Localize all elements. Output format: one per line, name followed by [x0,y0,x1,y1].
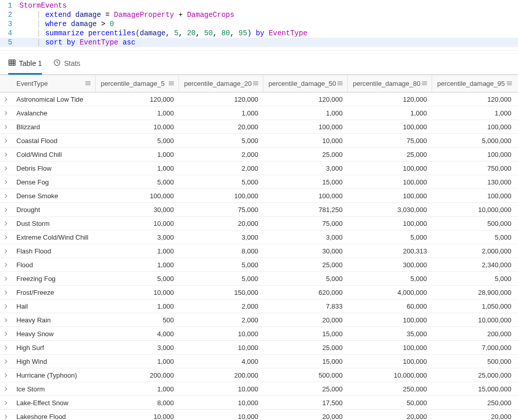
expand-row-icon[interactable] [0,345,11,350]
expand-row-icon[interactable] [0,180,11,184]
expand-row-icon[interactable] [0,221,11,226]
cell-p95: 1,050,000 [432,299,516,313]
cell-event-type: Drought [11,203,96,216]
cell-p50: 20,000 [263,410,348,420]
line-number: 1 [0,1,19,10]
cell-event-type: Hurricane (Typhoon) [11,368,96,382]
table-row[interactable]: Hurricane (Typhoon)200,000200,000500,000… [0,368,518,382]
code-line[interactable]: 5 | sort by EventType asc [0,38,518,47]
column-menu-icon[interactable] [85,80,91,87]
table-row[interactable]: Dense Fog5,0005,00015,000100,000130,000 [0,175,518,189]
expand-row-icon[interactable] [0,276,11,281]
table-row[interactable]: Flash Flood1,0008,00030,000200,3132,000,… [0,244,518,258]
table-row[interactable]: Dense Smoke100,000100,000100,000100,0001… [0,189,518,203]
cell-p95: 25,000,000 [432,368,516,382]
query-editor[interactable]: 1StormEvents2 | extend damage = DamagePr… [0,0,518,51]
table-row[interactable]: Astronomical Low Tide120,000120,000120,0… [0,92,518,106]
cell-event-type: Flood [11,258,96,271]
cell-p5: 4,000 [96,327,179,340]
cell-p95: 2,340,000 [432,258,516,271]
cell-event-type: Lakeshore Flood [11,410,96,420]
column-menu-icon[interactable] [506,80,512,87]
cell-p80: 60,000 [348,299,432,313]
result-tabs: Table 1 Stats [0,51,518,75]
column-menu-icon[interactable] [168,80,174,87]
column-header[interactable]: percentile_damage_95 [432,75,516,92]
code-line[interactable]: 4 | summarize percentiles(damage, 5, 20,… [0,29,518,38]
expand-row-icon[interactable] [0,194,11,198]
table-row[interactable]: Extreme Cold/Wind Chill3,0003,0003,0005,… [0,230,518,244]
code-line[interactable]: 2 | extend damage = DamageProperty + Dam… [0,10,518,19]
cell-event-type: Flash Flood [11,244,96,258]
expand-row-icon[interactable] [0,359,11,364]
table-row[interactable]: Drought30,00075,000781,2503,030,00010,00… [0,203,518,217]
expand-row-icon[interactable] [0,166,11,171]
table-row[interactable]: Blizzard10,00020,000100,000100,000100,00… [0,120,518,134]
cell-p50: 1,000 [263,106,348,120]
cell-p5: 500 [96,313,179,326]
table-row[interactable]: Heavy Snow4,00010,00015,00035,000200,000 [0,327,518,341]
column-menu-icon[interactable] [337,80,343,87]
table-row[interactable]: Dust Storm10,00020,00075,000100,000500,0… [0,217,518,230]
table-row[interactable]: Lake-Effect Snow8,00010,00017,50050,0002… [0,396,518,410]
expand-row-icon[interactable] [0,235,11,240]
table-row[interactable]: Flood1,0005,00025,000300,0002,340,000 [0,258,518,272]
cell-p5: 30,000 [96,203,179,216]
expand-row-icon[interactable] [0,249,11,253]
cell-event-type: Freezing Fog [11,272,96,285]
table-row[interactable]: Avalanche1,0001,0001,0001,0001,000 [0,106,518,120]
cell-p80: 250,000 [348,382,432,395]
expand-row-icon[interactable] [0,332,11,336]
table-row[interactable]: Debris Flow1,0002,0003,000100,000750,000 [0,161,518,175]
column-menu-icon[interactable] [253,80,259,87]
column-header[interactable]: percentile_damage_50 [263,75,348,92]
expand-row-icon[interactable] [0,373,11,378]
expand-row-icon[interactable] [0,290,11,295]
code-line[interactable]: 3 | where damage > 0 [0,19,518,29]
line-number: 4 [0,29,19,38]
column-header-label: percentile_damage_5 [101,80,165,87]
cell-p20: 1,000 [179,106,263,120]
expand-row-icon[interactable] [0,152,11,157]
expand-row-icon[interactable] [0,125,11,129]
expand-row-icon[interactable] [0,207,11,212]
expand-row-icon[interactable] [0,414,11,419]
table-row[interactable]: High Surf3,00010,00025,000100,0007,000,0… [0,341,518,355]
expand-row-icon[interactable] [0,138,11,143]
expand-row-icon[interactable] [0,387,11,391]
expand-row-icon[interactable] [0,318,11,322]
expand-row-icon[interactable] [0,263,11,267]
table-row[interactable]: Ice Storm1,00010,00025,000250,00015,000,… [0,382,518,396]
column-header[interactable]: percentile_damage_80 [348,75,432,92]
column-menu-icon[interactable] [421,80,427,87]
cell-p95: 130,000 [432,175,516,189]
cell-p95: 100,000 [432,148,516,161]
table-row[interactable]: Lakeshore Flood10,00010,00020,00020,0002… [0,410,518,420]
cell-event-type: Lake-Effect Snow [11,396,96,409]
cell-p5: 10,000 [96,120,179,133]
table-row[interactable]: Cold/Wind Chill1,0002,00025,00025,000100… [0,148,518,161]
cell-p5: 10,000 [96,410,179,420]
cell-p5: 120,000 [96,92,179,106]
cell-p50: 25,000 [263,382,348,395]
expand-row-icon[interactable] [0,97,11,102]
cell-p95: 750,000 [432,161,516,175]
code-content: | summarize percentiles(damage, 5, 20, 5… [19,29,518,38]
table-row[interactable]: Hail1,0002,0007,83360,0001,050,000 [0,299,518,313]
cell-p50: 17,500 [263,396,348,409]
expand-row-icon[interactable] [0,304,11,309]
table-row[interactable]: Frost/Freeze10,000150,000620,0004,000,00… [0,286,518,299]
table-row[interactable]: Heavy Rain5002,00020,000100,00010,000,00… [0,313,518,327]
table-row[interactable]: Freezing Fog5,0005,0005,0005,0005,000 [0,272,518,286]
tab-table[interactable]: Table 1 [8,59,42,75]
code-line[interactable]: 1StormEvents [0,1,518,10]
table-row[interactable]: Coastal Flood5,0005,00010,00075,0005,000… [0,134,518,148]
column-header[interactable]: percentile_damage_20 [179,75,263,92]
column-header[interactable]: percentile_damage_5 [96,75,179,92]
cell-p80: 300,000 [348,258,432,271]
expand-row-icon[interactable] [0,111,11,115]
expand-row-icon[interactable] [0,401,11,405]
table-row[interactable]: High Wind1,0004,00015,000100,000500,000 [0,355,518,368]
column-header[interactable]: EventType [11,75,96,92]
tab-stats[interactable]: Stats [53,59,80,75]
